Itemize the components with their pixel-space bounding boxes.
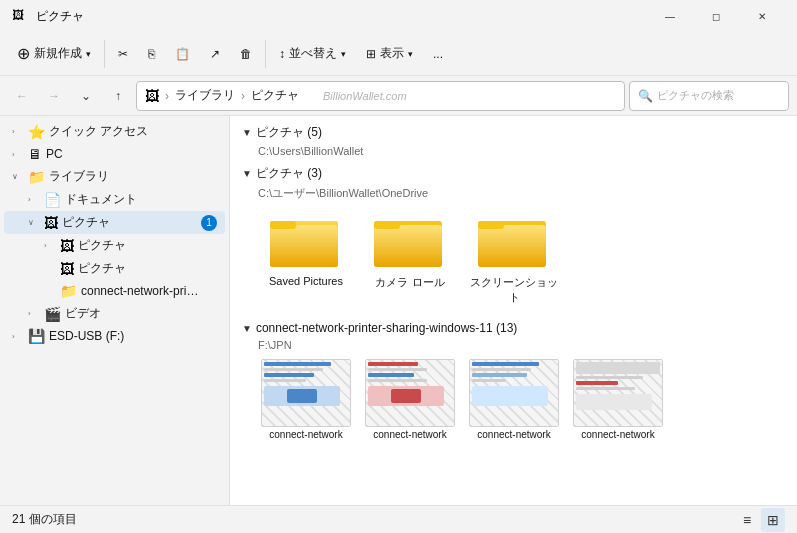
titlebar: 🖼 ピクチャ — ◻ ✕ <box>0 0 797 32</box>
folder-item-saved-pictures[interactable]: Saved Pictures <box>258 209 354 309</box>
thumbnail-item-2[interactable]: connect-network <box>362 359 458 440</box>
copy-icon: ⎘ <box>148 47 155 61</box>
section-arrow-3: ▼ <box>242 168 252 179</box>
section-title-3: ピクチャ (3) <box>256 165 322 182</box>
list-view-button[interactable]: ≡ <box>735 508 759 532</box>
address-path[interactable]: 🖼 › ライブラリ › ピクチャ BillionWallet.com <box>136 81 625 111</box>
thumbnail-img-2 <box>365 359 455 427</box>
content-area: ▼ ピクチャ (5) C:\Users\BillionWallet ▼ ピクチャ… <box>230 116 797 505</box>
more-label: ... <box>433 47 443 61</box>
titlebar-icon: 🖼 <box>12 8 28 24</box>
sidebar-item-library[interactable]: ∨ 📁 ライブラリ <box>4 165 225 188</box>
back-button[interactable]: ← <box>8 82 36 110</box>
search-icon: 🔍 <box>638 89 653 103</box>
sidebar: › ⭐ クイック アクセス › 🖥 PC ∨ 📁 ライブラリ › 📄 ドキュメン… <box>0 116 230 505</box>
thumbnail-item-4[interactable]: connect-network <box>570 359 666 440</box>
more-button[interactable]: ... <box>424 42 452 66</box>
search-box[interactable]: 🔍 ピクチャの検索 <box>629 81 789 111</box>
folder-label-screenshot: スクリーンショット <box>470 275 558 305</box>
section-header-connect[interactable]: ▼ connect-network-printer-sharing-window… <box>242 321 785 335</box>
dropdown-button[interactable]: ⌄ <box>72 82 100 110</box>
addressbar: ← → ⌄ ↑ 🖼 › ライブラリ › ピクチャ BillionWallet.c… <box>0 76 797 116</box>
sidebar-item-quick-access[interactable]: › ⭐ クイック アクセス <box>4 120 225 143</box>
sidebar-label: ピクチャ <box>78 237 217 254</box>
sidebar-item-connect[interactable]: › 📁 connect-network-printer-shari <box>4 280 225 302</box>
new-label: 新規作成 <box>34 45 82 62</box>
sidebar-item-pictures-sub1[interactable]: › 🖼 ピクチャ <box>4 234 225 257</box>
folder-icon: 📁 <box>60 283 77 299</box>
expand-icon: ∨ <box>12 172 24 181</box>
new-button[interactable]: ⊕ 新規作成 ▾ <box>8 39 100 68</box>
thumb-label-2: connect-network <box>373 429 446 440</box>
sidebar-label: ライブラリ <box>49 168 217 185</box>
titlebar-controls: — ◻ ✕ <box>647 0 785 32</box>
delete-button[interactable]: 🗑 <box>231 42 261 66</box>
cut-button[interactable]: ✂ <box>109 42 137 66</box>
sidebar-item-esd-usb[interactable]: › 💾 ESD-USB (F:) <box>4 325 225 347</box>
address-sep-1: › <box>165 89 169 103</box>
statusbar-view-controls: ≡ ⊞ <box>735 508 785 532</box>
paste-button[interactable]: 📋 <box>166 42 199 66</box>
section-path-5: C:\Users\BillionWallet <box>258 145 785 157</box>
scissors-icon: ✂ <box>118 47 128 61</box>
section-header-pictures3[interactable]: ▼ ピクチャ (3) <box>242 165 785 182</box>
view-button[interactable]: ⊞ 表示 ▾ <box>357 40 422 67</box>
section-path-3: C:\ユーザー\BillionWallet\OneDrive <box>258 186 785 201</box>
video-icon: 🎬 <box>44 306 61 322</box>
thumbnails-grid: connect-network connect-network <box>258 359 785 440</box>
sidebar-label: PC <box>46 147 217 161</box>
sidebar-item-pictures-sub2[interactable]: › 🖼 ピクチャ <box>4 257 225 280</box>
statusbar: 21 個の項目 ≡ ⊞ <box>0 505 797 533</box>
share-icon: ↗ <box>210 47 220 61</box>
section-title-connect: connect-network-printer-sharing-windows-… <box>256 321 517 335</box>
thumbnail-img-4 <box>573 359 663 427</box>
folder-item-camera-roll[interactable]: カメラ ロール <box>362 209 458 309</box>
close-button[interactable]: ✕ <box>739 0 785 32</box>
sidebar-label: クイック アクセス <box>49 123 217 140</box>
pc-icon: 🖥 <box>28 146 42 162</box>
main-layout: › ⭐ クイック アクセス › 🖥 PC ∨ 📁 ライブラリ › 📄 ドキュメン… <box>0 116 797 505</box>
share-button[interactable]: ↗ <box>201 42 229 66</box>
toolbar-separator-2 <box>265 40 266 68</box>
sort-button[interactable]: ↕ 並べ替え ▾ <box>270 40 355 67</box>
sidebar-label: ビデオ <box>65 305 217 322</box>
sidebar-item-video[interactable]: › 🎬 ビデオ <box>4 302 225 325</box>
star-icon: ⭐ <box>28 124 45 140</box>
expand-icon: › <box>28 309 40 318</box>
section-arrow-connect: ▼ <box>242 323 252 334</box>
folder-label-camera-roll: カメラ ロール <box>375 275 444 290</box>
minimize-button[interactable]: — <box>647 0 693 32</box>
sidebar-item-pc[interactable]: › 🖥 PC <box>4 143 225 165</box>
expand-icon: › <box>12 150 24 159</box>
section-header-pictures5[interactable]: ▼ ピクチャ (5) <box>242 124 785 141</box>
copy-button[interactable]: ⎘ <box>139 42 164 66</box>
sidebar-item-pictures[interactable]: ∨ 🖼 ピクチャ 1 <box>4 211 225 234</box>
maximize-button[interactable]: ◻ <box>693 0 739 32</box>
pictures-icon: 🖼 <box>44 215 58 231</box>
pictures-sub1-icon: 🖼 <box>60 238 74 254</box>
svg-rect-10 <box>478 221 504 229</box>
sidebar-item-documents[interactable]: › 📄 ドキュメント <box>4 188 225 211</box>
forward-button[interactable]: → <box>40 82 68 110</box>
svg-rect-4 <box>270 221 296 229</box>
chevron-down-icon-sort: ▾ <box>341 49 346 59</box>
pictures-sub2-icon: 🖼 <box>60 261 74 277</box>
sidebar-label: ドキュメント <box>65 191 217 208</box>
folder-icon-large-screenshot <box>478 213 550 273</box>
thumb-label-3: connect-network <box>477 429 550 440</box>
up-button[interactable]: ↑ <box>104 82 132 110</box>
svg-rect-7 <box>374 221 400 229</box>
thumb-label-4: connect-network <box>581 429 654 440</box>
grid-view-button[interactable]: ⊞ <box>761 508 785 532</box>
thumbnail-img-3 <box>469 359 559 427</box>
sort-icon: ↕ <box>279 47 285 61</box>
expand-icon: ∨ <box>28 218 40 227</box>
doc-icon: 📄 <box>44 192 61 208</box>
section-arrow-5: ▼ <box>242 127 252 138</box>
statusbar-count: 21 個の項目 <box>12 511 77 528</box>
folder-item-screenshot[interactable]: スクリーンショット <box>466 209 562 309</box>
thumbnail-item-3[interactable]: connect-network <box>466 359 562 440</box>
svg-rect-9 <box>478 225 546 267</box>
titlebar-title: ピクチャ <box>36 8 647 25</box>
thumbnail-item-1[interactable]: connect-network <box>258 359 354 440</box>
